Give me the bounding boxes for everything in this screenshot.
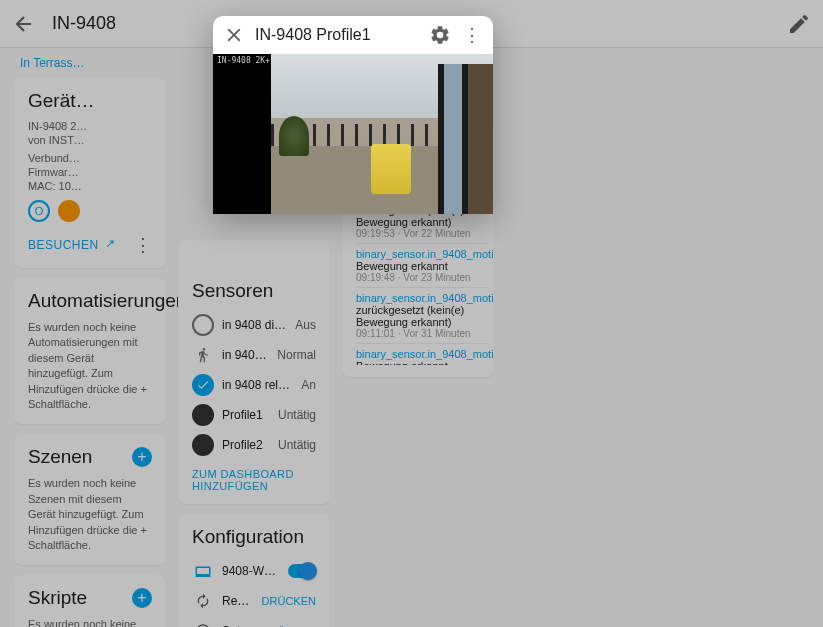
more-icon[interactable]: ⋮: [461, 24, 483, 46]
camera-stream[interactable]: IN-9408 2K+ 2024-05-29 09:42:02: [213, 54, 493, 214]
camera-label: IN-9408 2K+: [217, 56, 270, 65]
modal-title: IN-9408 Profile1: [255, 26, 419, 44]
camera-modal: IN-9408 Profile1 ⋮ IN-9408 2K+ 2024-05-2…: [213, 16, 493, 214]
settings-icon[interactable]: [429, 24, 451, 46]
close-button[interactable]: [223, 24, 245, 46]
